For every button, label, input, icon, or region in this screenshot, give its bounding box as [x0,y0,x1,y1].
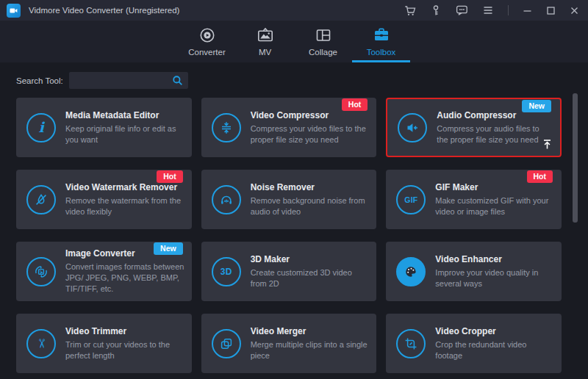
tool-desc: Keep original file info or edit as you w… [65,123,184,145]
collage-icon [315,26,332,44]
search-row: Search Tool: [0,62,588,89]
vertical-scrollbar-thumb[interactable] [573,93,578,223]
tool-title: Video Watermark Remover [65,182,184,192]
tab-label: Converter [188,48,226,57]
upload-top-arrow-icon [541,138,553,151]
tool-title: Video Compressor [251,110,370,120]
tools-grid: i Media Metadata Editor Keep original fi… [0,89,588,373]
hot-badge: Hot [342,98,368,111]
titlebar: Vidmore Video Converter (Unregistered) [0,0,588,21]
tool-desc: Improve your video quality in several wa… [435,267,554,289]
tab-toolbox[interactable]: Toolbox [352,21,410,62]
tool-card-video-trimmer[interactable]: ✂ Video Trimmer Trim or cut your videos … [16,314,192,373]
register-key-icon[interactable] [430,4,442,16]
tool-card-video-enhancer[interactable]: Video Enhancer Improve your video qualit… [386,242,562,301]
crop-icon [396,329,426,358]
tool-card-audio-compressor[interactable]: New Audio Compressor Compress your audio… [386,98,562,157]
tool-title: Video Trimmer [65,326,184,336]
tool-card-media-metadata-editor[interactable]: i Media Metadata Editor Keep original fi… [16,98,192,157]
tool-card-video-compressor[interactable]: Hot Video Compressor Compress your video… [201,98,377,157]
tab-converter[interactable]: Converter [178,21,236,62]
scissors-icon: ✂ [26,329,56,358]
tool-card-video-watermark-remover[interactable]: Hot Video Watermark Remover Remove the w… [16,170,192,229]
tab-label: Toolbox [367,48,396,57]
hot-badge: Hot [527,170,553,183]
new-badge: New [522,100,551,112]
app-logo-icon [7,4,21,18]
tool-desc: Make customized GIF with your video or i… [435,195,554,217]
tool-card-3d-maker[interactable]: 3D 3D Maker Create customized 3D video f… [201,242,377,301]
window-title: Vidmore Video Converter (Unregistered) [29,6,179,15]
image-converter-icon [26,257,56,286]
tab-label: MV [259,48,271,57]
mv-icon [257,26,274,44]
search-label: Search Tool: [16,76,63,85]
search-box [69,72,188,89]
tool-title: GIF Maker [435,182,554,192]
feedback-icon[interactable] [456,4,468,16]
new-badge: New [154,242,183,255]
audio-compress-icon [398,113,427,142]
tool-card-noise-remover[interactable]: Noise Remover Remove background noise fr… [201,170,377,229]
converter-icon [198,26,216,44]
menu-icon[interactable] [482,5,494,15]
watermark-remover-icon [26,185,56,214]
tab-label: Collage [309,48,337,57]
tool-desc: Merge multiple clips into a single piece [251,339,370,361]
tool-desc: Remove background noise from audio of vi… [251,195,370,217]
tool-desc: Compress your video files to the proper … [251,123,370,145]
search-icon[interactable] [168,75,188,86]
titlebar-separator [508,5,509,15]
tool-desc: Compress your audio files to the proper … [437,123,553,145]
tool-title: Video Enhancer [435,254,554,264]
minimize-button[interactable] [523,6,532,15]
tool-desc: Crop the redundant video footage [435,339,554,361]
toolbox-icon [373,26,390,44]
gif-icon: GIF [396,185,426,214]
tool-card-video-cropper[interactable]: Video Cropper Crop the redundant video f… [386,314,562,373]
tool-card-image-converter[interactable]: New Image Converter Convert images forma… [16,242,192,301]
tab-mv[interactable]: MV [236,21,294,62]
palette-icon [396,257,426,286]
info-icon: i [26,113,56,142]
maximize-button[interactable] [546,6,556,15]
tool-title: Media Metadata Editor [65,110,184,120]
headphones-icon [212,185,241,214]
cart-icon[interactable] [404,5,416,16]
tool-title: 3D Maker [251,254,370,264]
tool-desc: Trim or cut your videos to the perfect l… [65,339,184,361]
tool-desc: Convert images formats between JPG/ JPEG… [65,261,184,295]
tool-title: Video Cropper [435,326,554,336]
tool-card-gif-maker[interactable]: Hot GIF GIF Maker Make customized GIF wi… [386,170,562,229]
tab-collage[interactable]: Collage [294,21,352,62]
main-tabbar: Converter MV Collage Toolbox [0,21,588,62]
tool-card-video-merger[interactable]: Video Merger Merge multiple clips into a… [201,314,377,373]
close-button[interactable] [570,6,579,15]
hot-badge: Hot [157,170,183,183]
tool-title: Video Merger [251,326,370,336]
active-tab-underline [352,60,410,62]
compress-icon [212,113,241,142]
tool-desc: Remove the watermark from the video flex… [65,195,184,217]
search-input[interactable] [69,76,168,85]
merge-icon [212,329,241,358]
3d-icon: 3D [212,257,241,286]
tool-title: Noise Remover [251,182,370,192]
tool-desc: Create customized 3D video from 2D [251,267,370,289]
